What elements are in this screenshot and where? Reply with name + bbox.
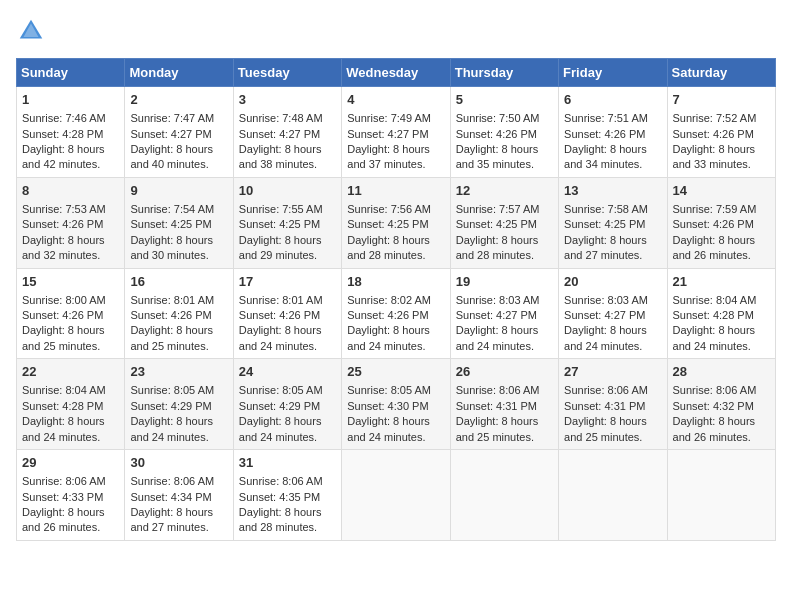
calendar-table: SundayMondayTuesdayWednesdayThursdayFrid… <box>16 58 776 541</box>
calendar-week-3: 15Sunrise: 8:00 AMSunset: 4:26 PMDayligh… <box>17 268 776 359</box>
day-number: 11 <box>347 182 444 200</box>
calendar-cell: 20Sunrise: 8:03 AMSunset: 4:27 PMDayligh… <box>559 268 667 359</box>
day-number: 25 <box>347 363 444 381</box>
day-number: 17 <box>239 273 336 291</box>
sunrise: Sunrise: 8:03 AM <box>456 294 540 306</box>
sunrise: Sunrise: 8:04 AM <box>22 384 106 396</box>
sunrise: Sunrise: 7:56 AM <box>347 203 431 215</box>
calendar-week-4: 22Sunrise: 8:04 AMSunset: 4:28 PMDayligh… <box>17 359 776 450</box>
daylight: Daylight: 8 hours and 27 minutes. <box>130 506 213 533</box>
calendar-cell: 19Sunrise: 8:03 AMSunset: 4:27 PMDayligh… <box>450 268 558 359</box>
daylight: Daylight: 8 hours and 42 minutes. <box>22 143 105 170</box>
day-number: 24 <box>239 363 336 381</box>
sunrise: Sunrise: 7:55 AM <box>239 203 323 215</box>
day-number: 3 <box>239 91 336 109</box>
sunset: Sunset: 4:26 PM <box>673 128 754 140</box>
calendar-cell: 29Sunrise: 8:06 AMSunset: 4:33 PMDayligh… <box>17 450 125 541</box>
sunset: Sunset: 4:26 PM <box>22 218 103 230</box>
sunset: Sunset: 4:27 PM <box>564 309 645 321</box>
calendar-cell <box>450 450 558 541</box>
day-number: 30 <box>130 454 227 472</box>
sunrise: Sunrise: 7:58 AM <box>564 203 648 215</box>
calendar-cell: 2Sunrise: 7:47 AMSunset: 4:27 PMDaylight… <box>125 87 233 178</box>
day-number: 4 <box>347 91 444 109</box>
sunrise: Sunrise: 7:51 AM <box>564 112 648 124</box>
daylight: Daylight: 8 hours and 32 minutes. <box>22 234 105 261</box>
calendar-cell: 30Sunrise: 8:06 AMSunset: 4:34 PMDayligh… <box>125 450 233 541</box>
calendar-cell: 4Sunrise: 7:49 AMSunset: 4:27 PMDaylight… <box>342 87 450 178</box>
daylight: Daylight: 8 hours and 28 minutes. <box>239 506 322 533</box>
header-day-monday: Monday <box>125 59 233 87</box>
calendar-cell: 6Sunrise: 7:51 AMSunset: 4:26 PMDaylight… <box>559 87 667 178</box>
daylight: Daylight: 8 hours and 26 minutes. <box>673 415 756 442</box>
calendar-week-1: 1Sunrise: 7:46 AMSunset: 4:28 PMDaylight… <box>17 87 776 178</box>
sunrise: Sunrise: 7:48 AM <box>239 112 323 124</box>
day-number: 12 <box>456 182 553 200</box>
sunrise: Sunrise: 8:05 AM <box>239 384 323 396</box>
daylight: Daylight: 8 hours and 26 minutes. <box>22 506 105 533</box>
day-number: 13 <box>564 182 661 200</box>
daylight: Daylight: 8 hours and 38 minutes. <box>239 143 322 170</box>
calendar-cell: 24Sunrise: 8:05 AMSunset: 4:29 PMDayligh… <box>233 359 341 450</box>
daylight: Daylight: 8 hours and 24 minutes. <box>673 324 756 351</box>
day-number: 2 <box>130 91 227 109</box>
calendar-cell: 3Sunrise: 7:48 AMSunset: 4:27 PMDaylight… <box>233 87 341 178</box>
calendar-cell: 26Sunrise: 8:06 AMSunset: 4:31 PMDayligh… <box>450 359 558 450</box>
daylight: Daylight: 8 hours and 40 minutes. <box>130 143 213 170</box>
sunset: Sunset: 4:26 PM <box>130 309 211 321</box>
sunset: Sunset: 4:29 PM <box>130 400 211 412</box>
day-number: 29 <box>22 454 119 472</box>
daylight: Daylight: 8 hours and 25 minutes. <box>130 324 213 351</box>
daylight: Daylight: 8 hours and 33 minutes. <box>673 143 756 170</box>
sunset: Sunset: 4:25 PM <box>130 218 211 230</box>
daylight: Daylight: 8 hours and 24 minutes. <box>347 415 430 442</box>
day-number: 10 <box>239 182 336 200</box>
sunset: Sunset: 4:25 PM <box>456 218 537 230</box>
sunrise: Sunrise: 8:06 AM <box>456 384 540 396</box>
sunset: Sunset: 4:25 PM <box>564 218 645 230</box>
daylight: Daylight: 8 hours and 24 minutes. <box>239 324 322 351</box>
daylight: Daylight: 8 hours and 35 minutes. <box>456 143 539 170</box>
daylight: Daylight: 8 hours and 30 minutes. <box>130 234 213 261</box>
sunrise: Sunrise: 8:01 AM <box>130 294 214 306</box>
calendar-cell: 28Sunrise: 8:06 AMSunset: 4:32 PMDayligh… <box>667 359 775 450</box>
calendar-cell: 5Sunrise: 7:50 AMSunset: 4:26 PMDaylight… <box>450 87 558 178</box>
sunset: Sunset: 4:28 PM <box>22 400 103 412</box>
calendar-cell: 27Sunrise: 8:06 AMSunset: 4:31 PMDayligh… <box>559 359 667 450</box>
calendar-cell: 12Sunrise: 7:57 AMSunset: 4:25 PMDayligh… <box>450 177 558 268</box>
calendar-cell <box>559 450 667 541</box>
daylight: Daylight: 8 hours and 28 minutes. <box>456 234 539 261</box>
day-number: 5 <box>456 91 553 109</box>
day-number: 16 <box>130 273 227 291</box>
calendar-cell: 8Sunrise: 7:53 AMSunset: 4:26 PMDaylight… <box>17 177 125 268</box>
daylight: Daylight: 8 hours and 24 minutes. <box>564 324 647 351</box>
calendar-cell: 31Sunrise: 8:06 AMSunset: 4:35 PMDayligh… <box>233 450 341 541</box>
sunset: Sunset: 4:33 PM <box>22 491 103 503</box>
daylight: Daylight: 8 hours and 25 minutes. <box>22 324 105 351</box>
logo <box>16 16 50 46</box>
sunrise: Sunrise: 8:06 AM <box>564 384 648 396</box>
sunset: Sunset: 4:27 PM <box>239 128 320 140</box>
sunrise: Sunrise: 8:06 AM <box>239 475 323 487</box>
daylight: Daylight: 8 hours and 34 minutes. <box>564 143 647 170</box>
calendar-cell: 22Sunrise: 8:04 AMSunset: 4:28 PMDayligh… <box>17 359 125 450</box>
sunset: Sunset: 4:26 PM <box>456 128 537 140</box>
daylight: Daylight: 8 hours and 24 minutes. <box>347 324 430 351</box>
sunset: Sunset: 4:30 PM <box>347 400 428 412</box>
sunset: Sunset: 4:26 PM <box>239 309 320 321</box>
sunrise: Sunrise: 7:59 AM <box>673 203 757 215</box>
sunset: Sunset: 4:26 PM <box>673 218 754 230</box>
calendar-cell: 16Sunrise: 8:01 AMSunset: 4:26 PMDayligh… <box>125 268 233 359</box>
sunset: Sunset: 4:26 PM <box>564 128 645 140</box>
sunrise: Sunrise: 8:01 AM <box>239 294 323 306</box>
sunrise: Sunrise: 8:04 AM <box>673 294 757 306</box>
calendar-cell: 7Sunrise: 7:52 AMSunset: 4:26 PMDaylight… <box>667 87 775 178</box>
sunset: Sunset: 4:26 PM <box>347 309 428 321</box>
daylight: Daylight: 8 hours and 25 minutes. <box>456 415 539 442</box>
day-number: 19 <box>456 273 553 291</box>
daylight: Daylight: 8 hours and 24 minutes. <box>239 415 322 442</box>
sunset: Sunset: 4:26 PM <box>22 309 103 321</box>
day-number: 14 <box>673 182 770 200</box>
day-number: 22 <box>22 363 119 381</box>
sunrise: Sunrise: 8:03 AM <box>564 294 648 306</box>
